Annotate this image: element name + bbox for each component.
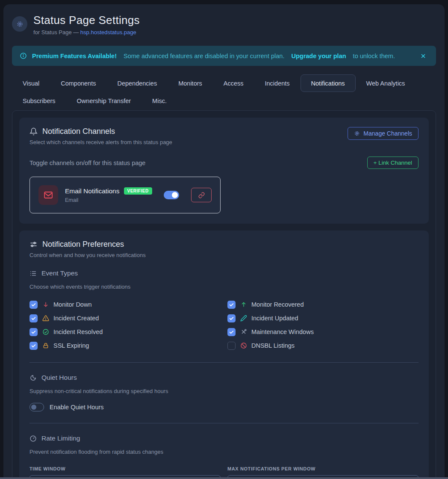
- tools-icon: [240, 328, 247, 335]
- channel-name: Email Notifications: [65, 187, 120, 195]
- status-page-link[interactable]: hsp.hostedstatus.page: [80, 29, 136, 35]
- event-row-incident-updated: Incident Updated: [227, 313, 419, 323]
- event-row-incident-created: Incident Created: [29, 313, 221, 323]
- tab-misc[interactable]: Misc.: [141, 92, 177, 109]
- tab-monitors[interactable]: Monitors: [168, 74, 213, 92]
- email-channel-card: Email Notifications VERIFIED Email: [29, 177, 221, 213]
- premium-banner: Premium Features Available! Some advance…: [12, 46, 436, 66]
- event-label-monitor-down: Monitor Down: [53, 301, 91, 308]
- checkbox-ssl-expiring[interactable]: [29, 342, 38, 350]
- verified-badge: VERIFIED: [124, 187, 152, 195]
- manage-channels-button[interactable]: Manage Channels: [348, 127, 419, 140]
- enable-quiet-hours-label: Enable Quiet Hours: [50, 404, 104, 411]
- event-row-maintenance-windows: Maintenance Windows: [227, 327, 419, 337]
- event-row-monitor-recovered: Monitor Recovered: [227, 299, 419, 310]
- enable-quiet-hours-toggle[interactable]: [29, 403, 44, 411]
- subtitle-text: for Status Page —: [33, 29, 80, 35]
- manage-channels-label: Manage Channels: [363, 130, 412, 137]
- event-types-header: Event Types: [29, 269, 419, 277]
- event-label-dnsbl-listings: DNSBL Listings: [251, 342, 295, 349]
- tab-ownership-transfer[interactable]: Ownership Transfer: [66, 92, 142, 109]
- page-header: Status Page Settings for Status Page — h…: [12, 11, 436, 35]
- tab-subscribers[interactable]: Subscribers: [12, 92, 66, 109]
- banner-text-end: to unlock them.: [351, 53, 395, 59]
- tabs-row-2: SubscribersOwnership TransferMisc.: [12, 92, 436, 109]
- quiet-hours-subtitle: Suppress non-critical notifications duri…: [29, 388, 419, 394]
- checkbox-incident-updated[interactable]: [227, 314, 236, 322]
- tabs-row-1: VisualComponentsDependenciesMonitorsAcce…: [12, 74, 436, 92]
- arrow-down-icon: [42, 301, 49, 308]
- email-icon: [38, 185, 58, 205]
- event-label-monitor-recovered: Monitor Recovered: [251, 301, 304, 308]
- link-channel-button[interactable]: + Link Channel: [367, 157, 419, 169]
- event-types-title: Event Types: [41, 269, 78, 277]
- notification-channels-section: Notification Channels Select which chann…: [19, 118, 429, 224]
- event-label-ssl-expiring: SSL Expiring: [53, 342, 89, 349]
- tab-access[interactable]: Access: [213, 74, 254, 92]
- event-label-incident-resolved: Incident Resolved: [53, 328, 103, 335]
- checkbox-incident-resolved[interactable]: [29, 328, 38, 336]
- banner-close-icon[interactable]: [418, 51, 428, 61]
- bell-icon: [29, 127, 38, 136]
- notifications-tab-panel: Notification Channels Select which chann…: [12, 110, 436, 479]
- banner-title: Premium Features Available!: [32, 53, 117, 59]
- event-row-dnsbl-listings: DNSBL Listings: [227, 340, 419, 351]
- tab-components[interactable]: Components: [50, 74, 106, 92]
- channel-link-icon-button[interactable]: [191, 188, 212, 202]
- checkbox-monitor-down[interactable]: [29, 301, 38, 309]
- upgrade-plan-link[interactable]: Upgrade your plan: [291, 53, 346, 59]
- channel-info: Email Notifications VERIFIED Email: [65, 187, 157, 203]
- email-channel-toggle[interactable]: [164, 191, 179, 199]
- arrow-up-icon: [240, 301, 247, 308]
- event-types-grid: Monitor DownIncident CreatedIncident Res…: [29, 299, 419, 351]
- checkbox-monitor-recovered[interactable]: [227, 301, 236, 309]
- time-window-label: TIME WINDOW: [29, 466, 221, 471]
- tab-notifications[interactable]: Notifications: [301, 74, 356, 92]
- channels-subtitle: Select which channels receive alerts fro…: [29, 139, 172, 145]
- page-subtitle: for Status Page — hsp.hostedstatus.page: [33, 29, 140, 35]
- rate-limiting-subtitle: Prevent notification flooding from rapid…: [29, 449, 419, 455]
- event-label-maintenance-windows: Maintenance Windows: [251, 328, 314, 335]
- tab-dependencies[interactable]: Dependencies: [106, 74, 168, 92]
- quiet-hours-title: Quiet Hours: [41, 374, 77, 381]
- checkbox-incident-created[interactable]: [29, 314, 38, 322]
- warning-icon: [42, 315, 49, 322]
- tab-web-analytics[interactable]: Web Analytics: [356, 74, 416, 92]
- event-label-incident-created: Incident Created: [53, 315, 99, 322]
- banner-text: Some advanced features are disabled in y…: [122, 53, 286, 59]
- preferences-subtitle: Control when and how you receive notific…: [29, 252, 419, 258]
- settings-page: Status Page Settings for Status Page — h…: [3, 4, 445, 479]
- page-title: Status Page Settings: [33, 14, 140, 27]
- tab-visual[interactable]: Visual: [12, 74, 50, 92]
- bottom-edge: [0, 477, 448, 479]
- checkbox-maintenance-windows[interactable]: [227, 328, 236, 336]
- notification-preferences-section: Notification Preferences Control when an…: [19, 231, 429, 479]
- event-row-incident-resolved: Incident Resolved: [29, 327, 221, 337]
- gear-icon: [354, 130, 360, 136]
- channels-title: Notification Channels: [42, 127, 115, 136]
- gauge-icon: [29, 435, 37, 442]
- event-types-subtitle: Choose which events trigger notification…: [29, 284, 419, 290]
- list-icon: [29, 270, 37, 277]
- rate-limiting-header: Rate Limiting: [29, 435, 419, 442]
- divider: [29, 362, 419, 363]
- event-row-monitor-down: Monitor Down: [29, 299, 221, 310]
- event-row-ssl-expiring: SSL Expiring: [29, 340, 221, 351]
- preferences-title: Notification Preferences: [42, 240, 124, 249]
- quiet-hours-header: Quiet Hours: [29, 374, 419, 381]
- rate-limiting-title: Rate Limiting: [41, 435, 80, 442]
- check-circle-icon: [42, 328, 49, 335]
- checkbox-dnsbl-listings[interactable]: [227, 342, 236, 350]
- sliders-icon: [29, 240, 38, 248]
- pencil-icon: [240, 315, 247, 322]
- event-label-incident-updated: Incident Updated: [251, 315, 298, 322]
- title-block: Status Page Settings for Status Page — h…: [33, 14, 140, 35]
- settings-tabs: VisualComponentsDependenciesMonitorsAcce…: [12, 74, 436, 109]
- gear-icon: [12, 16, 27, 32]
- max-notifications-label: MAX NOTIFICATIONS PER WINDOW: [227, 466, 419, 471]
- moon-icon: [29, 374, 37, 381]
- lock-icon: [42, 342, 49, 349]
- link-channel-label: + Link Channel: [374, 160, 412, 166]
- divider: [29, 423, 419, 423]
- tab-incidents[interactable]: Incidents: [254, 74, 301, 92]
